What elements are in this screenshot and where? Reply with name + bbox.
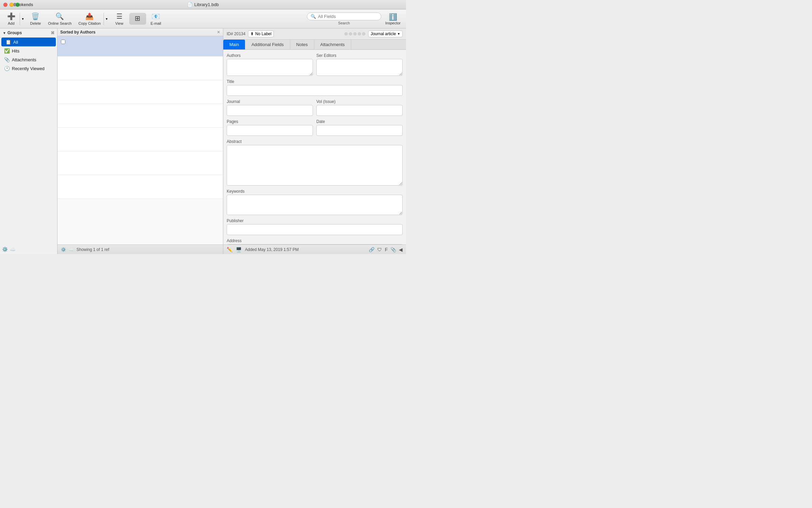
copy-citation-dropdown[interactable]: ▼ [104,13,110,25]
dot-2[interactable] [349,32,352,36]
tab-additional-fields[interactable]: Additional Fields [245,40,290,49]
back-icon[interactable]: ◀ [399,247,403,252]
type-selector[interactable]: Journal article ▼ [368,30,403,37]
list-item[interactable] [58,175,223,199]
list-item[interactable] [58,57,223,80]
paperclip-icon[interactable]: 📎 [390,247,396,252]
title-icon: 📄 [187,2,193,7]
copy-citation-button[interactable]: 📤 Copy Citation [76,11,104,27]
sidebar-item-attachments[interactable]: 📎 Attachments [0,55,57,64]
list-item[interactable] [58,36,223,57]
label-selector[interactable]: ⬆ No Label [248,30,274,37]
list-item[interactable] [58,128,223,151]
delete-label: Delete [30,21,41,25]
add-label: Add [8,21,15,25]
dot-3[interactable] [353,32,357,36]
groups-header[interactable]: ▼ Groups ⌘ [0,28,57,38]
dot-5[interactable] [362,32,365,36]
tab-notes[interactable]: Notes [290,40,314,49]
groups-cmd-symbol: ⌘ [51,31,54,35]
inspector-button[interactable]: ℹ️ Inspector [383,12,403,26]
copy-citation-label: Copy Citation [78,21,101,25]
email-button[interactable]: 📧 E-mail [148,11,164,27]
sort-label: Sorted by Authors [60,30,95,35]
font-icon[interactable]: F [385,247,388,252]
pencil-icon[interactable]: ✏️ [227,247,232,252]
sidebar-item-recently-viewed[interactable]: 🕐 Recently Viewed [0,64,57,73]
delete-button[interactable]: 🗑️ Delete [27,11,44,27]
date-label: Date [316,119,403,124]
tab-attachments[interactable]: Attachments [314,40,351,49]
pages-field: Pages [227,119,313,136]
window-title: 📄 Library1.bdb [187,2,219,7]
add-button-group: ➕ Add ▼ [3,11,26,27]
date-input[interactable] [316,125,403,136]
label-value: No Label [255,31,271,36]
ser-editors-input[interactable] [316,59,403,76]
view-grid-button[interactable]: ⊞ [129,13,146,25]
list-item[interactable] [58,151,223,175]
address-field: Address [227,238,403,245]
added-label: Added May 13, 2019 1:57 PM [245,247,299,252]
settings-gear-icon[interactable]: ⚙️ [61,247,66,252]
abstract-input[interactable] [227,145,403,186]
list-close-button[interactable]: ✕ [217,30,220,35]
cloud-sync-icon[interactable]: ☁️ [69,247,74,252]
journal-label: Journal [227,99,313,104]
main-area: ▼ Groups ⌘ 📋 All ✅ Hits 📎 Attachments 🕐 … [0,28,406,254]
view-button[interactable]: ☰ View [111,11,128,27]
close-button[interactable] [3,3,7,7]
pages-input[interactable] [227,125,313,136]
online-search-button[interactable]: 🔍 Online Search [45,11,74,27]
detail-panel: ID# 20134 ⬆ No Label Journal article ▼ M… [223,28,406,254]
shield-icon[interactable]: 🛡 [377,247,382,252]
abstract-label: Abstract [227,139,403,144]
date-field: Date [316,119,403,136]
sidebar: ▼ Groups ⌘ 📋 All ✅ Hits 📎 Attachments 🕐 … [0,28,58,254]
pages-date-row: Pages Date [227,119,403,136]
dot-4[interactable] [358,32,361,36]
inspector-icon: ℹ️ [389,13,397,21]
list-item-checkbox[interactable] [61,40,65,44]
showing-label: Showing 1 of 1 ref [76,247,109,252]
groups-label: Groups [7,30,22,35]
sidebar-item-hits[interactable]: ✅ Hits [0,46,57,55]
online-search-icon: 🔍 [55,12,64,20]
authors-row: Authors Ser Editors [227,53,403,76]
cloud-icon[interactable]: ☁️ [10,247,16,252]
add-dropdown-button[interactable]: ▼ [20,13,26,25]
vol-issue-input[interactable] [316,105,403,116]
title-input[interactable] [227,85,403,96]
link-icon[interactable]: 🔗 [369,247,375,252]
display-icon[interactable]: 🖥️ [236,247,242,252]
list-item[interactable] [58,104,223,128]
copy-citation-icon: 📤 [85,12,94,20]
search-input[interactable] [318,14,378,19]
content-list: Sorted by Authors ✕ ⚙️ ☁️ Showing 1 of 1… [58,28,223,254]
minimize-button[interactable] [9,3,14,7]
settings-icon[interactable]: ⚙️ [2,247,8,252]
address-label: Address [227,238,403,243]
ser-editors-field: Ser Editors [316,53,403,76]
list-bottom-bar: ⚙️ ☁️ Showing 1 of 1 ref [58,245,223,254]
list-items [58,36,223,245]
authors-input[interactable] [227,59,313,76]
add-main-button[interactable]: ➕ Add [3,11,20,27]
chevron-down-icon: ▼ [21,17,24,21]
title-label: Title [227,79,403,84]
list-item[interactable] [58,80,223,104]
sidebar-item-attachments-label: Attachments [12,57,36,62]
status-right: 🔗 🛡 F 📎 ◀ [369,247,403,252]
publisher-input[interactable] [227,224,403,235]
tab-main[interactable]: Main [223,40,245,49]
authors-label: Authors [227,53,313,58]
journal-input[interactable] [227,105,313,116]
sidebar-item-all[interactable]: 📋 All [1,38,56,46]
publisher-label: Publisher [227,218,403,223]
color-dots [344,32,365,36]
list-header: Sorted by Authors ✕ [58,28,223,36]
keywords-input[interactable] [227,195,403,215]
vol-issue-field: Vol (Issue) [316,99,403,116]
dot-1[interactable] [344,32,348,36]
chevron-down-icon-2: ▼ [105,17,108,21]
